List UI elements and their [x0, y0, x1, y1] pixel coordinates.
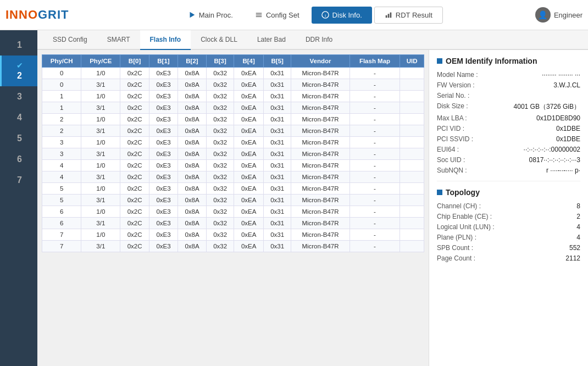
tab-later-bad[interactable]: Later Bad	[247, 30, 296, 50]
table-row: 31/00x2C0xE30x8A0x320xEA0x31Micron-B47R-	[42, 137, 424, 148]
cell-r8-c2: 0x2C	[120, 160, 149, 171]
cell-r9-c3: 0xE3	[149, 171, 177, 183]
sidebar-item-3[interactable]: 3	[0, 86, 37, 107]
disk-info-label: Disk Info.	[332, 11, 362, 19]
cell-r3-c2: 0x2C	[120, 102, 149, 114]
cell-r14-c1: 1/0	[81, 229, 120, 241]
cell-r9-c6: 0xEA	[234, 171, 264, 183]
topology-value-2: 4	[576, 223, 580, 231]
topology-value-0: 8	[576, 202, 580, 210]
cell-r1-c0: 0	[42, 79, 81, 91]
topology-fields: Channel (CH) :8Chip Enable (CE) :2Logica…	[437, 202, 580, 262]
cell-r14-c3: 0xE3	[149, 229, 177, 241]
cell-r15-c5: 0x32	[207, 241, 234, 252]
tab-ssd-config[interactable]: SSD Config	[43, 30, 97, 50]
config-set-button[interactable]: Config Set	[245, 7, 309, 24]
sidebar-label-3: 3	[17, 92, 22, 102]
cell-r0-c2: 0x2C	[120, 68, 149, 79]
tab-smart[interactable]: SMART	[97, 30, 140, 50]
sidebar-label-7: 7	[17, 175, 22, 185]
oem-value-9: r ····-··-···· p·	[546, 167, 580, 174]
sidebar-item-4[interactable]: 4	[0, 107, 37, 128]
cell-r12-c7: 0x31	[264, 206, 291, 218]
topology-title: Topology	[446, 188, 480, 197]
cell-r0-c7: 0x31	[264, 68, 291, 79]
oem-value-7: ··:··:··:··:··:00000002	[524, 146, 580, 153]
col-b4: B[4]	[234, 55, 264, 68]
cell-r1-c6: 0xEA	[234, 79, 264, 91]
table-row: 21/00x2C0xE30x8A0x320xEA0x31Micron-B47R-	[42, 114, 424, 125]
topology-field-row-0: Channel (CH) :8	[437, 202, 580, 210]
oem-label-8: Soc UID :	[437, 156, 486, 164]
cell-r10-c8: Micron-B47R	[291, 183, 350, 195]
cell-r5-c1: 3/1	[81, 125, 120, 137]
rdt-result-button[interactable]: RDT Result	[374, 7, 443, 24]
tab-flash-info[interactable]: Flash Info	[140, 30, 191, 50]
table-row: 23/10x2C0xE30x8A0x320xEA0x31Micron-B47R-	[42, 125, 424, 137]
main-proc-button[interactable]: Main Proc.	[178, 7, 243, 24]
cell-r14-c10	[400, 229, 424, 241]
cell-r7-c8: Micron-B47R	[291, 148, 350, 160]
user-avatar: 👤	[535, 7, 551, 23]
table-body: 01/00x2C0xE30x8A0x320xEA0x31Micron-B47R-…	[42, 68, 424, 252]
cell-r13-c6: 0xEA	[234, 218, 264, 229]
sidebar-item-1[interactable]: 1	[0, 35, 37, 56]
cell-r9-c7: 0x31	[264, 171, 291, 183]
sidebar-item-5[interactable]: 5	[0, 128, 37, 149]
oem-label-2: Serial No. :	[437, 92, 486, 99]
cell-r10-c4: 0x8A	[178, 183, 207, 195]
cell-r12-c0: 6	[42, 206, 81, 218]
col-uid: UID	[400, 55, 424, 68]
svg-text:i: i	[325, 13, 326, 18]
topology-field-row-2: Logical Unit (LUN) :4	[437, 223, 580, 231]
cell-r0-c8: Micron-B47R	[291, 68, 350, 79]
cell-r12-c2: 0x2C	[120, 206, 149, 218]
sidebar: 1 ✔ 2 3 4 5 6 7	[0, 30, 37, 366]
sidebar-item-7[interactable]: 7	[0, 170, 37, 191]
cell-r9-c4: 0x8A	[178, 171, 207, 183]
cell-r0-c10	[400, 68, 424, 79]
cell-r0-c1: 1/0	[81, 68, 120, 79]
topology-label-1: Chip Enable (CE) :	[437, 213, 492, 220]
sidebar-item-2[interactable]: ✔ 2	[0, 56, 37, 86]
cell-r15-c3: 0xE3	[149, 241, 177, 252]
topology-label-4: SPB Count :	[437, 244, 486, 252]
cell-r2-c3: 0xE3	[149, 91, 177, 102]
cell-r1-c10	[400, 79, 424, 91]
cell-r13-c4: 0x8A	[178, 218, 207, 229]
cell-r7-c9: -	[350, 148, 400, 160]
topology-field-row-1: Chip Enable (CE) :2	[437, 213, 580, 220]
col-phy-ce: Phy/CE	[81, 55, 120, 68]
cell-r10-c1: 1/0	[81, 183, 120, 195]
tab-clock-dll[interactable]: Clock & DLL	[191, 30, 247, 50]
oem-value-4: 0x1D1DE8D90	[536, 114, 580, 122]
tab-ddr-info[interactable]: DDR Info	[296, 30, 342, 50]
table-row: 73/10x2C0xE30x8A0x320xEA0x31Micron-B47R-	[42, 241, 424, 252]
table-row: 01/00x2C0xE30x8A0x320xEA0x31Micron-B47R-	[42, 68, 424, 79]
topology-header: Topology	[437, 188, 580, 197]
cell-r7-c1: 3/1	[81, 148, 120, 160]
cell-r1-c4: 0x8A	[178, 79, 207, 91]
cell-r12-c1: 1/0	[81, 206, 120, 218]
cell-r6-c1: 1/0	[81, 137, 120, 148]
cell-r15-c9: -	[350, 241, 400, 252]
cell-r10-c9: -	[350, 183, 400, 195]
top-bar: INNOGRIT Main Proc. Config Set i Disk In…	[0, 0, 588, 30]
cell-r3-c5: 0x32	[207, 102, 234, 114]
svg-rect-3	[256, 16, 262, 17]
cell-r14-c6: 0xEA	[234, 229, 264, 241]
oem-field-row-9: SubNQN :r ····-··-···· p·	[437, 167, 580, 174]
cell-r11-c1: 3/1	[81, 195, 120, 206]
cell-r4-c2: 0x2C	[120, 114, 149, 125]
cell-r12-c3: 0xE3	[149, 206, 177, 218]
disk-info-button[interactable]: i Disk Info.	[312, 7, 372, 24]
cell-r8-c10	[400, 160, 424, 171]
cell-r0-c9: -	[350, 68, 400, 79]
topology-field-row-3: Plane (PLN) :4	[437, 234, 580, 241]
cell-r11-c6: 0xEA	[234, 195, 264, 206]
sidebar-item-6[interactable]: 6	[0, 149, 37, 170]
table-row: 33/10x2C0xE30x8A0x320xEA0x31Micron-B47R-	[42, 148, 424, 160]
svg-rect-2	[256, 15, 262, 15]
cell-r11-c2: 0x2C	[120, 195, 149, 206]
table-header-row: Phy/CH Phy/CE B[0] B[1] B[2] B[3] B[4] B…	[42, 55, 424, 68]
